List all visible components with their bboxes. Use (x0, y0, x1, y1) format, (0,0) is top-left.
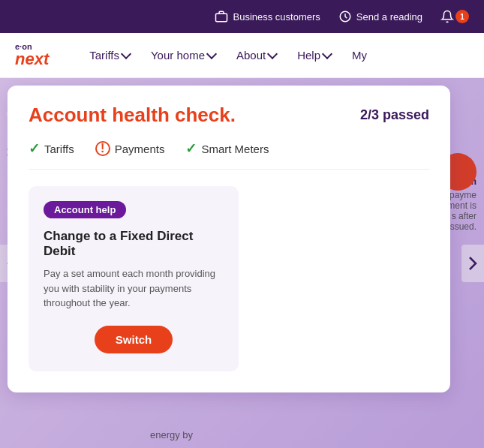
payments-warn-icon: ! (95, 141, 110, 156)
smart-meters-status-label: Smart Meters (201, 143, 269, 155)
payments-status-label: Payments (115, 143, 165, 155)
smart-meters-check-icon: ✓ (185, 140, 197, 157)
health-check-card: Account health check. 2/3 passed ✓ Tarif… (8, 86, 450, 392)
bell-icon (440, 10, 454, 23)
about-label: About (236, 49, 266, 62)
nav-tariffs[interactable]: Tariffs (79, 33, 140, 78)
meter-icon (338, 10, 352, 23)
tariffs-chevron (121, 49, 131, 59)
nav-my[interactable]: My (341, 33, 377, 78)
logo-next: next (15, 51, 49, 68)
my-label: My (352, 49, 367, 62)
your-home-label: Your home (151, 49, 205, 62)
nav-about[interactable]: About (226, 33, 287, 78)
logo[interactable]: e·on next (15, 43, 49, 68)
your-home-chevron (206, 49, 217, 59)
switch-button[interactable]: Switch (95, 326, 173, 353)
health-check-title: Account health check. (29, 104, 236, 127)
nav-help[interactable]: Help (287, 33, 341, 78)
health-check-score: 2/3 passed (360, 107, 429, 123)
send-reading-label: Send a reading (356, 11, 422, 23)
send-reading-link[interactable]: Send a reading (338, 10, 422, 23)
modal-overlay: Account health check. 2/3 passed ✓ Tarif… (0, 78, 484, 448)
top-bar: Business customers Send a reading 1 (0, 0, 484, 33)
page-background: W 192 G t paym payme ment is s after iss… (0, 78, 484, 448)
status-payments: ! Payments (95, 141, 165, 156)
about-chevron (267, 49, 278, 59)
nav-bar: e·on next Tariffs Your home About Help M… (0, 33, 484, 78)
help-chevron (322, 49, 332, 59)
business-customers-label: Business customers (233, 11, 320, 23)
info-card-desc: Pay a set amount each month providing yo… (44, 266, 224, 311)
svg-rect-0 (216, 14, 227, 22)
account-help-card: Account help Change to a Fixed Direct De… (29, 186, 239, 371)
notification-badge: 1 (455, 10, 469, 23)
notification-bell[interactable]: 1 (440, 10, 469, 23)
nav-items: Tariffs Your home About Help My (79, 33, 469, 78)
briefcase-icon (215, 10, 228, 23)
account-help-tag: Account help (44, 201, 126, 218)
tariffs-status-label: Tariffs (44, 143, 74, 155)
nav-your-home[interactable]: Your home (140, 33, 226, 78)
status-smart-meters: ✓ Smart Meters (185, 140, 269, 157)
status-tariffs: ✓ Tariffs (29, 140, 74, 157)
help-label: Help (297, 49, 320, 62)
info-card-title: Change to a Fixed Direct Debit (44, 229, 224, 259)
business-customers-link[interactable]: Business customers (215, 10, 320, 23)
tariffs-check-icon: ✓ (29, 140, 40, 157)
health-status-row: ✓ Tariffs ! Payments ✓ Smart Meters (29, 140, 429, 170)
tariffs-label: Tariffs (89, 49, 119, 62)
health-check-header: Account health check. 2/3 passed (29, 104, 429, 127)
